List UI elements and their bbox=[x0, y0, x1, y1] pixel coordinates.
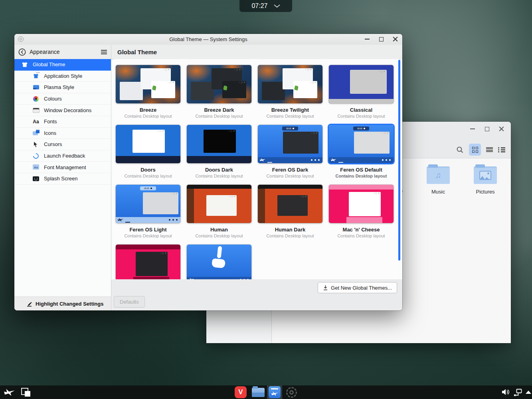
scrollbar[interactable] bbox=[398, 60, 400, 261]
theme-card-human[interactable]: ‒ ▢ ✕HumanContains Desktop layout bbox=[187, 185, 251, 239]
theme-thumbnail: 00:00‒ ▢ ✕ bbox=[329, 125, 394, 163]
theme-thumbnail: ‒ ▢ ✕ bbox=[116, 125, 180, 163]
sidebar-item-splash-screen[interactable]: Splash Screen bbox=[14, 173, 111, 185]
theme-thumbnail: 00:00‒ ▢ ✕ bbox=[258, 125, 322, 163]
theme-subtitle: Contains Desktop layout bbox=[187, 174, 251, 179]
highlight-changed-settings-button[interactable]: Highlight Changed Settings bbox=[14, 296, 111, 310]
feren-bird-icon bbox=[118, 218, 123, 222]
grid-view-icon bbox=[472, 147, 478, 153]
theme-card-feren-os-dark[interactable]: 00:00‒ ▢ ✕Feren OS DarkContains Desktop … bbox=[258, 125, 322, 179]
theme-name: Human bbox=[187, 227, 251, 233]
theme-name: Doors Dark bbox=[187, 167, 251, 173]
sidebar-item-fonts[interactable]: AaFonts bbox=[14, 116, 111, 128]
close-button[interactable] bbox=[391, 35, 399, 43]
sidebar-item-label: Application Style bbox=[44, 73, 82, 79]
sidebar-item-window-decorations[interactable]: Window Decorations bbox=[14, 105, 111, 116]
show-desktop-icon[interactable] bbox=[21, 388, 30, 397]
list-view-icon[interactable] bbox=[486, 147, 493, 152]
theme-card-feren-os-default[interactable]: 00:00‒ ▢ ✕Feren OS DefaultContains Deskt… bbox=[329, 125, 394, 179]
theme-name: Breeze Twilight bbox=[258, 107, 322, 113]
maximize-button[interactable] bbox=[483, 125, 491, 133]
theme-grid: ‒ ▢ ✕‒ ▢ ✕BreezeContains Desktop layout‒… bbox=[114, 59, 399, 279]
sidebar-header: Appearance bbox=[30, 49, 60, 55]
sidebar-item-application-style[interactable]: Application Style bbox=[14, 71, 111, 82]
theme-subtitle: Contains Desktop layout bbox=[258, 114, 322, 119]
sidebar-item-icons[interactable]: Icons bbox=[14, 128, 111, 139]
maximize-button[interactable] bbox=[377, 35, 385, 43]
active-app-highlight[interactable] bbox=[267, 385, 282, 399]
back-icon[interactable] bbox=[18, 48, 26, 56]
sidebar-item-launch-feedback[interactable]: Launch Feedback bbox=[14, 150, 111, 162]
folder-label: Music bbox=[423, 189, 453, 195]
sidebar-item-colours[interactable]: Colours bbox=[14, 93, 111, 105]
volume-icon[interactable] bbox=[501, 388, 510, 396]
sidebar-divider bbox=[111, 45, 111, 310]
theme-card-mac-dark[interactable]: ‒ ▢ ✕ bbox=[116, 245, 180, 279]
theme-thumbnail: ‒ ▢ ✕ bbox=[329, 185, 394, 223]
theme-subtitle: Contains Desktop layout bbox=[258, 174, 322, 179]
folder-music[interactable]: ♫Music bbox=[423, 166, 453, 195]
bottom-bar: Get New Global Themes... Defaults bbox=[111, 279, 402, 310]
vivaldi-icon[interactable]: V bbox=[235, 386, 247, 398]
defaults-button[interactable]: Defaults bbox=[114, 296, 145, 308]
theme-thumbnail: 00:00‒ ▢ ✕ bbox=[116, 185, 180, 223]
minimize-button[interactable] bbox=[469, 125, 477, 133]
sidebar-item-label: Fonts bbox=[44, 119, 57, 124]
plasma-style-icon bbox=[32, 84, 40, 91]
sidebar-item-cursors[interactable]: Cursors bbox=[14, 139, 111, 150]
pointer-hand-icon bbox=[212, 251, 227, 269]
system-settings-window: Global Theme — System Settings Appearanc… bbox=[14, 34, 402, 310]
theme-name: Mac 'n' Cheese bbox=[329, 227, 394, 233]
colours-icon bbox=[32, 95, 40, 103]
grid-view-button[interactable] bbox=[469, 144, 481, 156]
theme-subtitle: Contains Desktop layout bbox=[187, 233, 251, 239]
search-icon[interactable] bbox=[456, 146, 464, 154]
sidebar-item-label: Global Theme bbox=[33, 61, 65, 67]
theme-name: Feren OS Light bbox=[116, 227, 180, 233]
settings-gear-icon[interactable] bbox=[286, 387, 297, 398]
theme-thumbnail: ‒ ▢ ✕ bbox=[329, 65, 394, 103]
desktop: { "glyphs": { "mini_controls": "‒ ▢ ✕", … bbox=[0, 0, 532, 399]
theme-card-breeze-twilight[interactable]: ‒ ▢ ✕‒ ▢ ✕Breeze TwilightContains Deskto… bbox=[258, 65, 322, 119]
feren-store-icon bbox=[269, 386, 281, 398]
file-manager-icon[interactable] bbox=[252, 388, 265, 397]
theme-subtitle: Contains Desktop layout bbox=[329, 233, 394, 239]
clock-widget[interactable]: 07:27 bbox=[239, 0, 292, 12]
page-title: Global Theme bbox=[117, 45, 157, 59]
theme-card-breeze[interactable]: ‒ ▢ ✕‒ ▢ ✕BreezeContains Desktop layout bbox=[116, 65, 180, 119]
close-button[interactable] bbox=[497, 125, 505, 133]
folder-pictures[interactable]: Pictures bbox=[470, 166, 500, 195]
menu-icon[interactable] bbox=[101, 50, 107, 54]
sidebar-item-plasma-style[interactable]: Plasma Style bbox=[14, 82, 111, 93]
theme-card-feren-os-light[interactable]: 00:00‒ ▢ ✕Feren OS LightContains Desktop… bbox=[116, 185, 180, 239]
sidebar-item-label: Icons bbox=[44, 130, 56, 136]
details-view-icon[interactable] bbox=[498, 147, 505, 152]
theme-thumbnail bbox=[187, 245, 251, 279]
theme-subtitle: Contains Desktop layout bbox=[187, 114, 251, 119]
theme-subtitle: Contains Desktop layout bbox=[258, 233, 322, 239]
theme-card-classical[interactable]: ‒ ▢ ✕ClassicalContains Desktop layout bbox=[329, 65, 394, 119]
theme-card-pointer-blue[interactable] bbox=[187, 245, 251, 279]
theme-card-mac-n-cheese[interactable]: ‒ ▢ ✕Mac 'n' CheeseContains Desktop layo… bbox=[329, 185, 394, 239]
theme-subtitle: Contains Desktop layout bbox=[329, 114, 394, 119]
settings-titlebar[interactable]: Global Theme — System Settings bbox=[14, 34, 402, 45]
theme-subtitle: Contains Desktop layout bbox=[116, 114, 180, 119]
minimize-button[interactable] bbox=[363, 35, 371, 43]
theme-card-breeze-dark[interactable]: ‒ ▢ ✕‒ ▢ ✕Breeze DarkContains Desktop la… bbox=[187, 65, 251, 119]
network-icon[interactable] bbox=[514, 388, 522, 396]
chevron-down-icon bbox=[274, 4, 280, 8]
theme-thumbnail: ‒ ▢ ✕‒ ▢ ✕ bbox=[116, 65, 180, 103]
sidebar-item-global-theme[interactable]: Global Theme bbox=[14, 59, 111, 71]
theme-card-doors[interactable]: ‒ ▢ ✕DoorsContains Desktop layout bbox=[116, 125, 180, 179]
tray-expander-icon[interactable] bbox=[526, 391, 531, 394]
get-new-global-themes-button[interactable]: Get New Global Themes... bbox=[318, 282, 397, 293]
taskbar: V bbox=[0, 385, 532, 399]
theme-thumbnail: ‒ ▢ ✕ bbox=[258, 185, 322, 223]
sidebar-item-label: Launch Feedback bbox=[44, 153, 85, 159]
theme-name: Breeze Dark bbox=[187, 107, 251, 113]
pictures-folder-icon bbox=[474, 166, 497, 184]
theme-card-human-dark[interactable]: ‒ ▢ ✕Human DarkContains Desktop layout bbox=[258, 185, 322, 239]
sidebar-item-font-management[interactable]: AaFont Management bbox=[14, 162, 111, 173]
theme-card-doors-dark[interactable]: ‒ ▢ ✕Doors DarkContains Desktop layout bbox=[187, 125, 251, 179]
feren-menu-icon[interactable] bbox=[4, 388, 15, 396]
